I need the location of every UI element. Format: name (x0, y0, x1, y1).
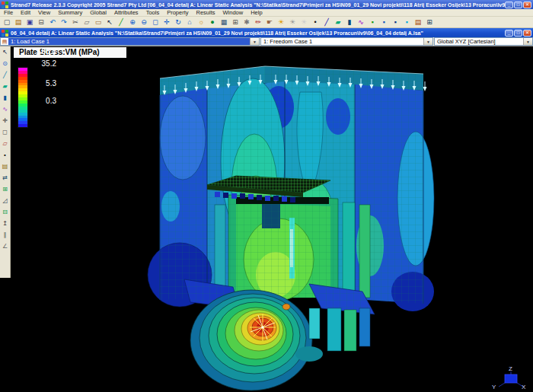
menu-edit[interactable]: Edit (17, 9, 34, 16)
light-bulb-half-icon[interactable]: ☀ (287, 18, 298, 27)
brick-select-icon[interactable]: ▮ (1, 94, 10, 103)
open-file-icon[interactable]: ▤ (13, 18, 24, 27)
legend-value: 65.1 (23, 47, 56, 56)
fit-view-icon[interactable]: ⌂ (184, 18, 195, 27)
copy-icon[interactable]: ▱ (81, 18, 92, 27)
stress-legend: Plate Stress:VM (MPa) 100.065.135.25.30.… (12, 47, 126, 142)
plate-select-icon[interactable]: ▰ (1, 82, 10, 91)
restore-button[interactable]: □ (514, 2, 522, 8)
axis-x-label: X (522, 384, 526, 390)
model-window-title-bar: 06_04_04 detalj A: Linear Static Analysi… (0, 28, 533, 37)
link-tool-icon[interactable]: ∿ (356, 18, 366, 27)
cut-icon[interactable]: ✂ (70, 18, 81, 27)
menu-file[interactable]: File (0, 9, 17, 16)
mirror-icon[interactable]: ∥ (1, 231, 10, 240)
pan-icon[interactable]: ✛ (161, 18, 172, 27)
beam-toggle-icon[interactable]: ▪ (378, 18, 389, 27)
light-bulb-off-icon[interactable]: ☀ (298, 18, 309, 27)
brick-toggle-icon[interactable]: ▪ (401, 18, 412, 27)
plate-toggle-icon[interactable]: ▪ (390, 18, 401, 27)
node-tool-icon[interactable]: • (310, 18, 321, 27)
paste-icon[interactable]: ▭ (93, 18, 104, 27)
rotate-view-icon[interactable]: ↻ (173, 18, 184, 27)
cursor-node-icon[interactable]: ✛ (1, 116, 10, 126)
menu-bar: FileEditViewSummaryGlobalAttributesTools… (0, 9, 533, 17)
point-probe-icon[interactable]: • (1, 151, 10, 160)
minimize-button[interactable]: _ (505, 2, 513, 8)
results-file-icon[interactable]: ⊞ (424, 18, 435, 27)
load-case-value: 1: Load Case 1 (8, 38, 250, 45)
left-toolbar: ↖⊙╱▰▮∿✛◻▱•▤⇄⊞◿⊟↥∥∠ (0, 46, 11, 278)
strand7-app-icon (2, 2, 8, 8)
coord-system-combo[interactable]: Global XYZ [Cartesian] ▼ (434, 37, 533, 46)
extrude-icon[interactable]: ↥ (1, 219, 10, 228)
load-path-icon[interactable]: ▤ (413, 18, 423, 27)
clipboard-icon[interactable]: ▤ (1, 162, 10, 171)
load-case-list-icon: ▤ (1, 38, 8, 45)
main-window-title: Strand7 Release 2.3.3 Copyright 2005 Str… (11, 2, 505, 8)
legend-value: 0.3 (23, 97, 56, 106)
main-toolbar: ▢▤▣⊟↶↷✂▱▭↖╱⊕⊖◻✛↻⌂☼●▦⊞✱✏☛☀☀☀•╱▰▮∿▪▪▪▪▤⊞ (0, 17, 533, 28)
legend-value: 35.2 (23, 59, 56, 69)
freedom-case-combo[interactable]: 1: Freedom Case 1 ▼ (260, 37, 433, 46)
save-file-icon[interactable]: ▣ (24, 18, 35, 27)
subdivide-icon[interactable]: ⊟ (1, 208, 10, 217)
axis-z-label: Z (509, 365, 512, 372)
plate-tool-icon[interactable]: ▰ (333, 18, 343, 27)
print-icon[interactable]: ⊟ (36, 18, 46, 27)
select-arrow-icon[interactable]: ↖ (104, 18, 115, 27)
select-icon[interactable]: ↖ (1, 48, 10, 57)
zoom-dynamic-icon[interactable]: ⊙ (1, 59, 10, 69)
brick-tool-icon[interactable]: ▮ (344, 18, 355, 27)
child-close-button[interactable]: ✕ (523, 30, 531, 37)
menu-view[interactable]: View (34, 9, 54, 16)
line-snap-icon[interactable]: ╱ (1, 71, 10, 80)
draw-line-icon[interactable]: ╱ (116, 18, 126, 27)
link-select-icon[interactable]: ∿ (1, 105, 10, 114)
coord-system-value: Global XYZ [Cartesian] (435, 38, 523, 45)
light-bulb-on-icon[interactable]: ☀ (276, 18, 286, 27)
erase-icon[interactable]: ▱ (1, 139, 10, 148)
menu-property[interactable]: Property (163, 9, 192, 16)
redo-icon[interactable]: ↷ (59, 18, 69, 27)
model-window-title: 06_04_04 detalj A: Linear Static Analysi… (11, 30, 505, 36)
scale-entity-icon[interactable]: ◿ (1, 196, 10, 206)
zoom-in-icon[interactable]: ⊕ (127, 18, 138, 27)
mesh-grid-icon[interactable]: ⊞ (1, 185, 10, 194)
menu-summary[interactable]: Summary (54, 9, 86, 16)
freedom-case-dropdown-icon[interactable]: ▼ (423, 38, 432, 45)
axis-y-label: Y (492, 384, 496, 390)
menu-tools[interactable]: Tools (142, 9, 164, 16)
menu-attributes[interactable]: Attributes (110, 9, 142, 16)
hidden-line-icon[interactable]: ▦ (219, 18, 229, 27)
load-case-combo[interactable]: ▤ 1: Load Case 1 ▼ (0, 37, 260, 46)
menu-global[interactable]: Global (86, 9, 110, 16)
child-restore-button[interactable]: □ (514, 30, 522, 37)
menu-results[interactable]: Results (193, 9, 219, 16)
move-entity-icon[interactable]: ⇄ (1, 174, 10, 183)
undo-icon[interactable]: ↶ (47, 18, 58, 27)
new-file-icon[interactable]: ▢ (2, 18, 12, 27)
coord-system-dropdown-icon[interactable]: ▼ (523, 38, 532, 45)
axis-triad: Z Y X (492, 365, 526, 390)
zoom-window-icon[interactable]: ◻ (150, 18, 161, 27)
legend-color-step (18, 124, 27, 127)
load-case-dropdown-icon[interactable]: ▼ (250, 38, 259, 45)
measure-icon[interactable]: ∠ (1, 242, 10, 251)
beam-tool-icon[interactable]: ╱ (321, 18, 332, 27)
zoom-out-icon[interactable]: ⊖ (139, 18, 149, 27)
close-button[interactable]: ✕ (523, 2, 531, 8)
redraw-icon[interactable]: ☼ (196, 18, 206, 27)
paint-stress-icon[interactable]: ✏ (253, 18, 263, 27)
child-minimize-button[interactable]: _ (505, 30, 513, 37)
box-select-icon[interactable]: ◻ (1, 128, 10, 137)
menu-window[interactable]: Window (219, 9, 247, 16)
inner-walls (215, 195, 370, 301)
drag-hand-icon[interactable]: ☛ (264, 18, 275, 27)
options-icon[interactable]: ✱ (241, 18, 252, 27)
menu-help[interactable]: Help (247, 9, 266, 16)
legend-value: 5.3 (23, 79, 56, 88)
entity-table-icon[interactable]: ⊞ (230, 18, 241, 27)
globe-icon[interactable]: ● (207, 18, 218, 27)
vertex-toggle-icon[interactable]: ▪ (367, 18, 378, 27)
